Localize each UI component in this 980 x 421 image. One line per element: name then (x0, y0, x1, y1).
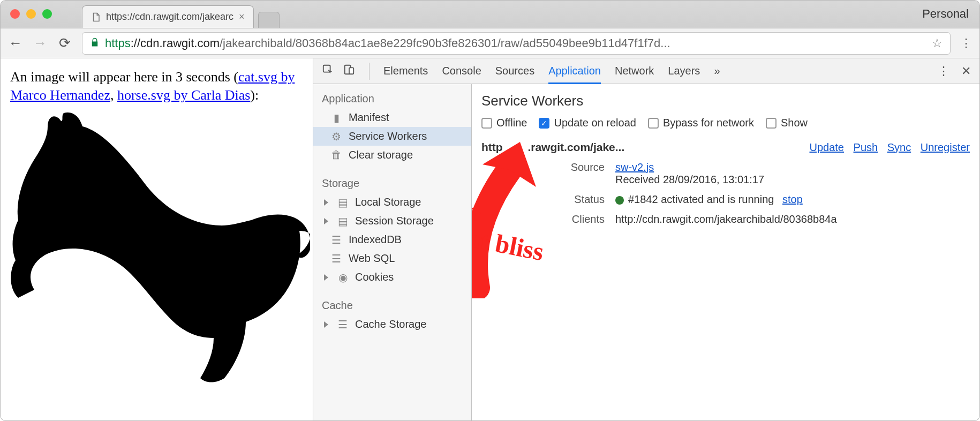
inspect-icon[interactable] (322, 64, 334, 78)
text-received: Received 28/09/2016, 13:01:17 (615, 174, 764, 185)
checkbox-checked-icon: ✓ (539, 118, 549, 129)
checkbox-label: Update on reload (554, 117, 636, 129)
url-scheme: https (105, 36, 131, 50)
devtools-body: Application ▮Manifest ⚙Service Workers 🗑… (313, 84, 979, 420)
tab-sources[interactable]: Sources (495, 65, 534, 77)
tab-strip: https://cdn.rawgit.com/jakearc × Persona… (1, 1, 979, 28)
browser-tab[interactable]: https://cdn.rawgit.com/jakearc × (82, 5, 254, 28)
sidebar-item-websql[interactable]: ☰Web SQL (313, 249, 471, 268)
sidebar-item-local-storage[interactable]: ▤Local Storage (313, 193, 471, 212)
sidebar-item-label: Session Storage (355, 215, 434, 227)
link-push[interactable]: Push (854, 141, 878, 153)
database-icon: ☰ (330, 253, 342, 265)
chevron-right-icon (324, 274, 328, 281)
divider (369, 63, 370, 80)
sidebar-item-indexeddb[interactable]: ☰IndexedDB (313, 230, 471, 249)
sidebar-item-label: Local Storage (355, 196, 421, 208)
url-text: https://cdn.rawgit.com/jakearchibald/803… (105, 36, 926, 50)
annotation-text: Click here for development bliss (472, 171, 551, 266)
chevron-right-icon (324, 218, 328, 224)
link-stop[interactable]: stop (782, 193, 803, 205)
checkbox-update-on-reload[interactable]: ✓Update on reload (539, 117, 636, 129)
sidebar-item-service-workers[interactable]: ⚙Service Workers (313, 127, 471, 146)
minimize-window-button[interactable] (26, 9, 36, 19)
sidebar-item-label: Cookies (355, 271, 394, 283)
devtools-menu-icon[interactable]: ⋮ (938, 64, 949, 78)
file-icon: ▮ (330, 112, 342, 124)
browser-menu-button[interactable]: ⋮ (960, 36, 972, 50)
sidebar-item-cache-storage[interactable]: ☰Cache Storage (313, 315, 471, 334)
maximize-window-button[interactable] (42, 9, 52, 19)
annotation-line1: Click here for (472, 170, 484, 227)
tab-layers[interactable]: Layers (668, 65, 700, 77)
sidebar-group-application: Application (313, 89, 471, 108)
sidebar-item-manifest[interactable]: ▮Manifest (313, 108, 471, 127)
sidebar-item-label: Clear storage (349, 149, 413, 161)
database-icon: ☰ (330, 234, 342, 246)
back-button[interactable]: ← (8, 35, 23, 51)
close-tab-icon[interactable]: × (239, 11, 245, 22)
service-workers-panel: Service Workers Offline ✓Update on reloa… (472, 84, 979, 420)
toolbar: ← → ⟳ https://cdn.rawgit.com/jakearchiba… (1, 28, 979, 58)
chevron-right-icon (324, 199, 328, 206)
tabs-overflow[interactable]: » (714, 65, 720, 77)
label-clients: Clients (551, 213, 605, 225)
page-viewport: An image will appear here in 3 seconds (… (1, 58, 313, 420)
devtools-close-icon[interactable]: ✕ (961, 64, 971, 78)
intro-suffix: ): (250, 87, 259, 103)
gear-icon: ⚙ (330, 131, 342, 142)
sidebar-item-clear-storage[interactable]: 🗑Clear storage (313, 146, 471, 164)
close-window-button[interactable] (10, 9, 20, 19)
sidebar-item-cookies[interactable]: ◉Cookies (313, 268, 471, 287)
checkbox-offline[interactable]: Offline (481, 117, 527, 129)
address-bar[interactable]: https://cdn.rawgit.com/jakearchibald/803… (82, 32, 951, 55)
grid-icon: ▤ (337, 197, 349, 208)
sw-action-links: Update Push Sync Unregister (803, 141, 970, 154)
new-tab-button[interactable] (258, 12, 280, 28)
checkbox-bypass-for-network[interactable]: Bypass for network (648, 117, 754, 129)
checkbox-label: Offline (496, 117, 527, 129)
sw-origin-row: httpxxxx.rawgit.com/jake... Update Push … (481, 141, 970, 154)
sidebar-item-session-storage[interactable]: ▤Session Storage (313, 212, 471, 230)
tab-elements[interactable]: Elements (383, 65, 428, 77)
reload-button[interactable]: ⟳ (57, 35, 72, 51)
device-toolbar-icon[interactable] (343, 64, 355, 78)
tab-title: https://cdn.rawgit.com/jakearc (106, 11, 233, 22)
value-clients: http://cdn.rawgit.com/jakearchibald/8036… (615, 213, 970, 225)
svg-rect-2 (349, 67, 353, 74)
profile-label[interactable]: Personal (922, 7, 969, 21)
browser-window: https://cdn.rawgit.com/jakearc × Persona… (0, 0, 980, 421)
tab-console[interactable]: Console (442, 65, 481, 77)
link-unregister[interactable]: Unregister (921, 141, 970, 153)
value-source: sw-v2.js Received 28/09/2016, 13:01:17 (615, 161, 970, 186)
annotation-line2: development bliss (472, 201, 546, 266)
horse-image (10, 108, 303, 386)
file-icon (91, 12, 101, 22)
url-host: ://cdn.rawgit.com (131, 36, 220, 50)
sidebar-item-label: IndexedDB (349, 234, 402, 246)
bookmark-star-icon[interactable]: ☆ (932, 36, 943, 50)
link-sync[interactable]: Sync (887, 141, 911, 153)
checkbox-icon (766, 118, 777, 129)
forward-button[interactable]: → (33, 35, 48, 51)
content-area: An image will appear here in 3 seconds (… (1, 58, 979, 420)
text-status: #1842 activated and is running (628, 193, 774, 205)
database-icon: ☰ (337, 319, 349, 330)
tab-network[interactable]: Network (615, 65, 654, 77)
checkbox-show-all[interactable]: Show (766, 117, 808, 129)
intro-prefix: An image will appear here in 3 seconds ( (10, 69, 238, 85)
tab-application[interactable]: Application (548, 65, 601, 77)
link-sw-script[interactable]: sw-v2.js (615, 161, 654, 173)
sidebar-item-label: Manifest (349, 111, 389, 124)
chevron-right-icon (324, 321, 328, 328)
application-sidebar: Application ▮Manifest ⚙Service Workers 🗑… (313, 84, 472, 420)
link-update[interactable]: Update (809, 141, 844, 153)
url-path: /jakearchibald/80368b84ac1ae8e229fc90b3f… (220, 36, 670, 50)
grid-icon: ▤ (337, 215, 349, 227)
link-horse-svg[interactable]: horse.svg by Carla Dias (117, 87, 250, 103)
label-status: Status (551, 193, 605, 206)
label-source: Source (551, 161, 605, 186)
value-status: #1842 activated and is running stop (615, 193, 970, 206)
page-intro-text: An image will appear here in 3 seconds (… (10, 68, 303, 104)
window-controls (10, 9, 52, 19)
